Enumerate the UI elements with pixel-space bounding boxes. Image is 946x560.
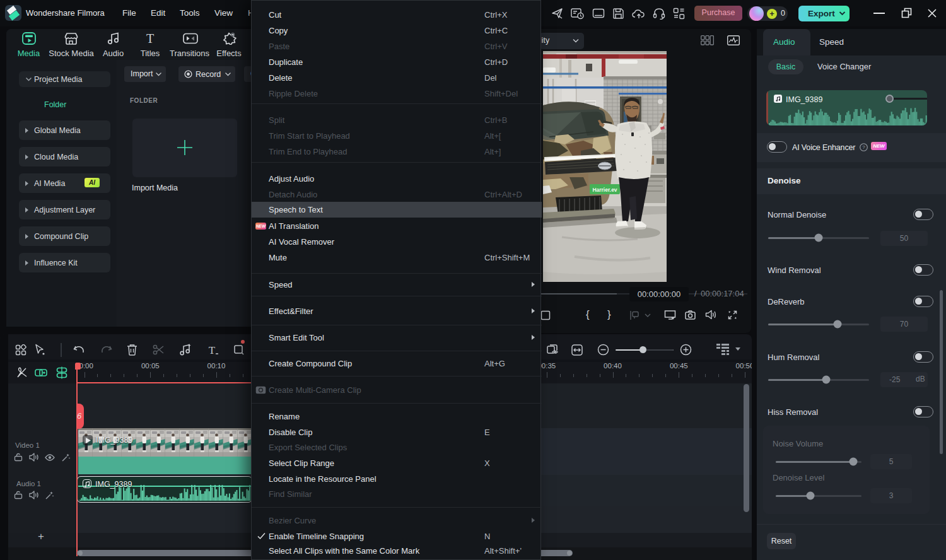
svg-text:Harrier.ev: Harrier.ev <box>592 187 617 193</box>
svg-text:T: T <box>146 32 154 45</box>
svg-text:T: T <box>209 345 216 356</box>
svg-text:?: ? <box>862 144 865 150</box>
